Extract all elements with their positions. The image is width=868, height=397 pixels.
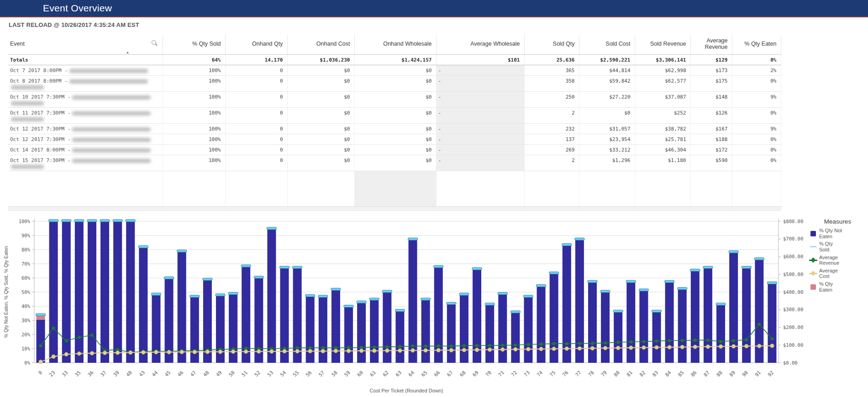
average-revenue-point[interactable] <box>539 342 542 345</box>
average-cost-point[interactable] <box>526 347 530 351</box>
table-cell[interactable]: $0 <box>287 145 354 155</box>
bar-qty-not-eaten[interactable] <box>421 300 430 363</box>
average-cost-point[interactable] <box>90 351 94 355</box>
average-cost-point[interactable] <box>180 350 184 354</box>
bar-qty-not-eaten[interactable] <box>524 297 532 363</box>
cap-qty-sold[interactable] <box>305 294 315 297</box>
table-cell[interactable]: - <box>436 124 524 134</box>
cap-qty-sold[interactable] <box>549 272 559 274</box>
table-cell[interactable]: - <box>436 155 524 171</box>
average-cost-point[interactable] <box>218 350 222 354</box>
average-cost-point[interactable] <box>693 345 697 349</box>
average-revenue-point[interactable] <box>437 345 440 348</box>
cap-qty-sold[interactable] <box>498 293 507 295</box>
cap-qty-sold[interactable] <box>523 295 533 298</box>
average-cost-point[interactable] <box>731 345 735 348</box>
bar-qty-not-eaten[interactable] <box>113 221 122 363</box>
cap-qty-sold[interactable] <box>665 280 674 282</box>
cap-qty-sold[interactable] <box>382 290 392 293</box>
average-cost-point[interactable] <box>488 348 491 351</box>
bar-qty-not-eaten[interactable] <box>639 291 648 363</box>
table-row[interactable]: Oct 11 2017 7:30PM -100%0$0$0-2$0$252$12… <box>8 108 781 124</box>
table-cell[interactable]: 0 <box>225 124 287 134</box>
average-cost-point[interactable] <box>462 348 466 352</box>
column-header-onhand-wholesale[interactable]: Onhand Wholesale <box>354 35 436 55</box>
average-cost-point[interactable] <box>385 349 389 352</box>
average-cost-point[interactable] <box>578 346 581 350</box>
average-revenue-point[interactable] <box>591 342 594 345</box>
average-cost-point[interactable] <box>475 348 479 352</box>
table-cell[interactable]: $0 <box>354 124 436 134</box>
table-cell[interactable]: $175 <box>690 76 732 92</box>
cap-qty-sold[interactable] <box>678 287 687 290</box>
table-row[interactable]: Oct 8 2017 8:00PM -100%0$0$0-358$59,842$… <box>8 76 781 92</box>
average-revenue-point[interactable] <box>488 344 491 347</box>
table-cell[interactable]: $59,842 <box>579 76 635 92</box>
cap-qty-sold[interactable] <box>434 266 443 268</box>
cap-qty-sold[interactable] <box>562 244 572 246</box>
cap-qty-sold[interactable] <box>754 258 764 260</box>
bar-qty-not-eaten[interactable] <box>537 287 546 363</box>
cap-qty-sold[interactable] <box>652 310 662 312</box>
cap-qty-sold[interactable] <box>36 313 46 316</box>
column-header-onhand-qty[interactable]: Onhand Qty <box>225 35 287 55</box>
event-cell[interactable]: Oct 8 2017 8:00PM - <box>8 76 163 92</box>
table-cell[interactable]: 0 <box>225 92 287 108</box>
bar-qty-not-eaten[interactable] <box>678 289 687 363</box>
average-cost-point[interactable] <box>449 348 453 352</box>
average-cost-point[interactable] <box>103 351 106 355</box>
table-row[interactable]: Oct 14 2017 8:00PM -100%0$0$0-269$33,212… <box>8 145 781 155</box>
table-cell[interactable]: 100% <box>163 92 225 108</box>
table-cell[interactable]: $0 <box>287 124 354 134</box>
table-cell[interactable]: 358 <box>524 76 579 92</box>
table-cell[interactable]: 137 <box>524 134 579 145</box>
table-cell[interactable]: $0 <box>287 134 354 145</box>
bar-qty-not-eaten[interactable] <box>742 268 751 363</box>
cap-qty-sold[interactable] <box>254 276 263 278</box>
average-revenue-point[interactable] <box>52 327 55 330</box>
table-cell[interactable]: 0 <box>225 76 287 92</box>
average-cost-point[interactable] <box>655 345 658 349</box>
table-cell[interactable]: $0 <box>354 76 436 92</box>
bar-qty-not-eaten[interactable] <box>139 247 147 363</box>
table-cell[interactable]: $44,814 <box>579 65 635 76</box>
cap-qty-sold[interactable] <box>639 289 648 291</box>
average-revenue-point[interactable] <box>360 346 363 349</box>
average-cost-point[interactable] <box>411 349 415 352</box>
average-revenue-point[interactable] <box>552 342 556 345</box>
search-icon[interactable] <box>152 40 156 45</box>
table-cell[interactable]: $0 <box>354 134 436 145</box>
table-cell[interactable]: 0 <box>225 108 287 124</box>
column-header-sold-qty[interactable]: Sold Qty <box>524 35 579 55</box>
event-cell[interactable]: Oct 12 2017 7:30PM - <box>8 124 163 134</box>
average-revenue-point[interactable] <box>501 344 504 347</box>
bar-qty-not-eaten[interactable] <box>588 282 597 363</box>
table-row[interactable]: Oct 15 2017 7:30PM -100%0$0$0-2$1,296$1,… <box>8 155 781 171</box>
table-cell[interactable]: 0% <box>732 145 781 155</box>
table-cell[interactable]: 0 <box>225 145 287 155</box>
bar-qty-not-eaten[interactable] <box>485 305 494 363</box>
column-header-average-wholesale[interactable]: Average Wholesale <box>436 35 524 55</box>
cap-qty-sold[interactable] <box>537 285 546 287</box>
table-cell[interactable]: - <box>436 134 524 145</box>
cap-qty-sold[interactable] <box>613 310 623 312</box>
average-cost-point[interactable] <box>616 346 620 350</box>
average-revenue-line[interactable] <box>41 324 772 353</box>
cap-qty-sold[interactable] <box>767 282 777 284</box>
table-cell[interactable]: 2 <box>524 108 579 124</box>
average-cost-point[interactable] <box>642 345 646 349</box>
bar-qty-not-eaten[interactable] <box>370 300 379 363</box>
average-cost-point[interactable] <box>359 349 363 352</box>
average-cost-point[interactable] <box>270 350 274 353</box>
average-revenue-point[interactable] <box>39 344 42 347</box>
bar-qty-not-eaten[interactable] <box>126 221 135 363</box>
average-revenue-point[interactable] <box>668 339 671 342</box>
average-revenue-point[interactable] <box>655 340 658 343</box>
table-cell[interactable]: $0 <box>287 76 354 92</box>
average-revenue-point[interactable] <box>398 345 401 348</box>
average-cost-point[interactable] <box>308 349 312 353</box>
average-revenue-point[interactable] <box>706 339 710 342</box>
cap-qty-sold[interactable] <box>421 298 431 300</box>
cap-qty-sold[interactable] <box>228 293 238 295</box>
table-row[interactable]: Oct 7 2017 8:00PM -100%0$0$0-365$44,814$… <box>8 65 781 76</box>
